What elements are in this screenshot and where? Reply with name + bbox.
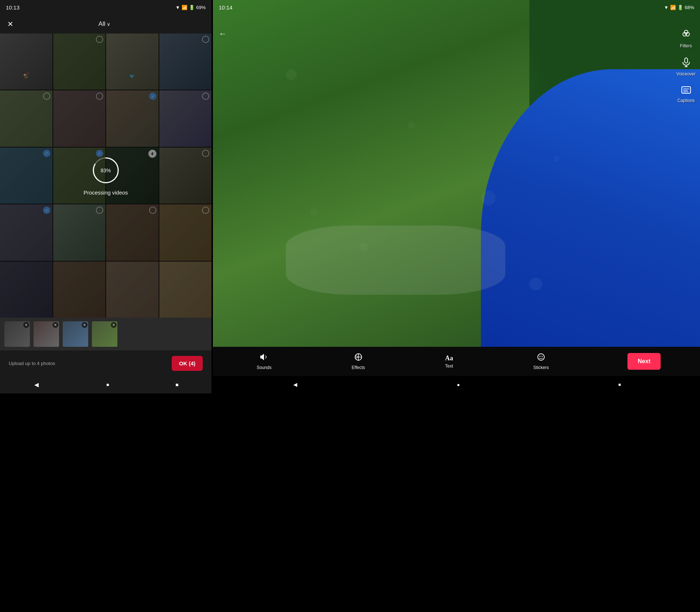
remove-thumb-1[interactable]: ✕ — [23, 322, 29, 328]
grid-cell-19[interactable] — [106, 262, 159, 318]
select-check-7: ✓ — [149, 93, 156, 100]
voiceover-label: Voiceover — [676, 71, 696, 76]
processing-overlay: 83% Processing videos — [83, 156, 128, 196]
battery-icon-right: 🔋 — [677, 5, 683, 10]
grid-cell-8[interactable] — [159, 90, 212, 146]
effects-button[interactable]: Effects — [347, 353, 369, 370]
time-right: 10:14 — [219, 4, 233, 11]
right-toolbar: Filters Voiceover — [676, 29, 696, 103]
status-icons-right: ▼ 📶 🔋 68% — [664, 5, 694, 10]
grid-cell-18[interactable] — [53, 262, 106, 318]
upload-limit-text: Upload up to 4 photos — [9, 361, 55, 366]
thumbnail-4[interactable]: ✕ — [92, 321, 117, 347]
sounds-icon — [260, 353, 268, 364]
progress-circle: 83% — [91, 156, 120, 185]
grid-cell-17[interactable] — [0, 262, 52, 318]
filters-label: Filters — [680, 43, 692, 48]
select-circle-2 — [96, 36, 103, 43]
remove-thumb-4[interactable]: ✕ — [111, 322, 117, 328]
select-circle-15 — [149, 207, 156, 214]
grid-cell-14[interactable] — [53, 204, 106, 260]
ok-button[interactable]: OK (4) — [172, 356, 203, 371]
sounds-button[interactable]: Sounds — [252, 353, 276, 370]
stickers-button[interactable]: Stickers — [529, 353, 553, 370]
select-circle-5 — [43, 93, 50, 100]
grid-cell-13[interactable]: ✓ — [0, 204, 52, 260]
grid-cell-7[interactable]: ✓ — [106, 90, 159, 146]
grid-cell-20[interactable] — [159, 262, 212, 318]
select-circle-4 — [202, 36, 209, 43]
bottom-bar-left: Upload up to 4 photos OK (4) — [0, 350, 211, 376]
nav-back-right[interactable]: ◄ — [292, 381, 299, 389]
effects-label: Effects — [352, 365, 365, 370]
svg-point-13 — [538, 354, 544, 360]
phone-right: 10:14 ▼ 📶 🔋 68% ← — [213, 0, 700, 393]
status-bar-right: 10:14 ▼ 📶 🔋 68% — [213, 0, 700, 15]
stickers-icon — [537, 353, 545, 364]
grid-cell-16[interactable] — [159, 204, 212, 260]
back-arrow-button[interactable]: ← — [219, 29, 227, 39]
thumbnail-3[interactable]: ✕ — [63, 321, 88, 347]
bird-icon-1: 🦅 — [22, 71, 30, 79]
grid-cell-2[interactable] — [53, 34, 106, 90]
thumbnail-2[interactable]: ✕ — [34, 321, 59, 347]
filters-icon — [681, 29, 691, 42]
close-button[interactable]: ✕ — [7, 20, 13, 28]
phone-left: 10:13 ▼ 📶 🔋 69% ✕ All ∨ 🦅 — [0, 0, 211, 393]
captions-icon — [681, 85, 691, 97]
grid-cell-3[interactable]: 🐦 — [106, 34, 159, 90]
svg-rect-5 — [685, 58, 688, 63]
time-left: 10:13 — [6, 4, 20, 11]
nav-bar-left: ◄ ● ■ — [0, 376, 211, 393]
nav-square-left[interactable]: ■ — [175, 382, 178, 388]
signal-icon: 📶 — [182, 5, 187, 10]
nav-back-left[interactable]: ◄ — [33, 381, 40, 389]
wifi-icon: ▼ — [175, 5, 180, 10]
thumbnail-1[interactable]: ✕ — [4, 321, 30, 347]
effects-icon — [354, 353, 363, 364]
text-label: Text — [445, 364, 453, 369]
voiceover-icon — [681, 57, 691, 70]
remove-thumb-2[interactable]: ✕ — [52, 322, 58, 328]
text-icon: Aa — [445, 354, 453, 362]
remove-thumb-3[interactable]: ✕ — [82, 322, 88, 328]
select-circle-16 — [202, 207, 209, 214]
progress-percent: 83% — [101, 168, 111, 173]
select-check-13: ✓ — [43, 207, 50, 214]
nav-square-right[interactable]: ■ — [618, 382, 621, 387]
grid-cell-6[interactable] — [53, 90, 106, 146]
sounds-label: Sounds — [257, 365, 272, 370]
svg-point-14 — [540, 356, 541, 357]
grid-cell-4[interactable] — [159, 34, 212, 90]
selection-number-11: 4 — [148, 150, 156, 158]
next-button[interactable]: Next — [627, 353, 661, 370]
wifi-icon-right: ▼ — [664, 5, 669, 10]
album-selector[interactable]: All ∨ — [98, 20, 110, 28]
stickers-label: Stickers — [533, 365, 549, 370]
nav-home-left[interactable]: ● — [106, 381, 110, 388]
captions-label: Captions — [677, 98, 695, 103]
grid-cell-12[interactable] — [159, 148, 212, 204]
chevron-down-icon: ∨ — [107, 21, 110, 27]
grid-cell-5[interactable] — [0, 90, 52, 146]
status-bar-left: 10:13 ▼ 📶 🔋 69% — [0, 0, 211, 15]
select-circle-12 — [202, 150, 209, 157]
album-title: All — [98, 20, 105, 28]
bird-icon-3: 🐦 — [129, 74, 135, 79]
status-icons-left: ▼ 📶 🔋 69% — [175, 5, 206, 10]
signal-icon-right: 📶 — [670, 5, 676, 10]
svg-point-15 — [542, 356, 543, 357]
grid-cell-15[interactable] — [106, 204, 159, 260]
processing-message: Processing videos — [83, 189, 128, 196]
nav-home-right[interactable]: ● — [457, 382, 460, 388]
filters-button[interactable]: Filters — [680, 29, 692, 48]
select-check-9: ✓ — [43, 150, 50, 157]
captions-button[interactable]: Captions — [677, 85, 695, 103]
grid-cell-9[interactable]: ✓ — [0, 148, 52, 204]
text-button[interactable]: Aa Text — [441, 354, 458, 369]
bottom-toolbar-right: Sounds Effects Aa Text — [213, 347, 700, 376]
voiceover-button[interactable]: Voiceover — [676, 57, 696, 76]
nav-bar-right: ◄ ● ■ — [213, 376, 700, 393]
grid-cell-1[interactable]: 🦅 — [0, 34, 52, 90]
thumbnails-strip: ✕ ✕ ✕ ✕ — [0, 318, 211, 350]
